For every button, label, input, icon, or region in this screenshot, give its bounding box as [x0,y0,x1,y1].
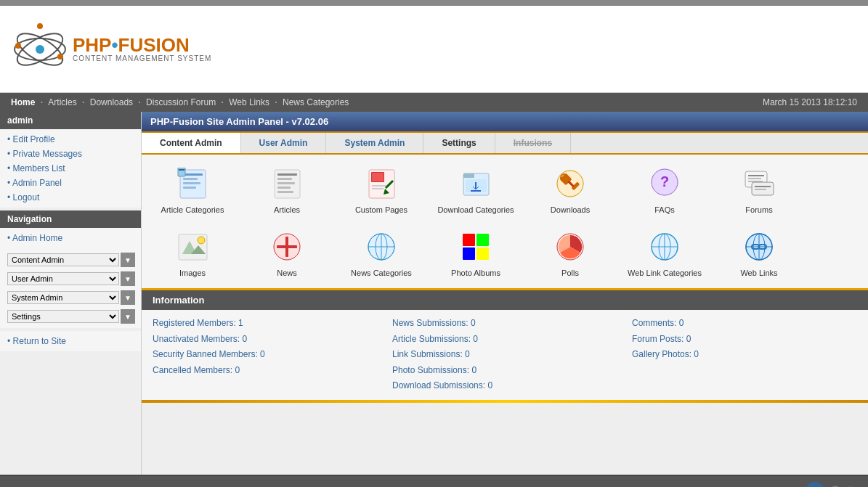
icon-faqs-label: FAQs [654,205,675,214]
icon-faqs[interactable]: ? FAQs [617,158,712,221]
icon-weblink-categories[interactable]: Web Link Categories [617,221,712,285]
user-admin-arrow[interactable]: ▼ [121,271,135,286]
logout-link[interactable]: Logout [0,190,141,205]
security-banned[interactable]: Security Banned Members: 0 [153,347,378,363]
icon-articles-label: Articles [274,205,300,214]
svg-rect-18 [277,187,291,189]
link-submissions[interactable]: Link Submissions: 0 [392,347,617,363]
content-admin-arrow[interactable]: ▼ [121,253,135,267]
user-admin-dropdown-row: User Admin ▼ [6,270,135,287]
svg-rect-8 [183,173,203,176]
info-col-3: Comments: 0 Forum Posts: 0 Gallery Photo… [632,316,857,394]
content-admin-dropdown-row: Content Admin ▼ [6,251,135,269]
svg-rect-64 [476,247,489,260]
svg-rect-25 [372,185,386,187]
info-content: Registered Members: 1 Unactivated Member… [142,310,868,400]
bottom-bar [142,400,868,403]
news-submissions[interactable]: News Submissions: 0 [392,316,617,332]
tab-user-admin[interactable]: User Admin [241,133,327,153]
icon-news-categories-label: News Categories [351,269,412,277]
forum-posts[interactable]: Forum Posts: 0 [632,332,857,348]
logo-tagline: CONTENT MANAGEMENT SYSTEM [73,54,211,62]
svg-rect-48 [755,189,766,190]
user-links: Edit Profile Private Messages Members Li… [0,129,141,208]
info-col-1: Registered Members: 1 Unactivated Member… [153,316,378,394]
nav-weblinks[interactable]: Web Links [229,97,269,107]
svg-rect-26 [372,188,384,189]
cancelled-members[interactable]: Cancelled Members: 0 [153,363,378,379]
registered-members[interactable]: Registered Members: 1 [153,316,378,332]
icon-downloads[interactable]: Downloads [523,158,617,221]
logo-icon [11,20,69,78]
svg-point-5 [57,54,63,60]
settings-select[interactable]: Settings [7,310,119,323]
footer: 2 unique DLi [0,475,868,487]
system-admin-select[interactable]: System Admin [7,291,119,304]
panel-title: PHP-Fusion Site Admin Panel - v7.02.06 [150,116,328,127]
svg-rect-47 [755,186,771,187]
icon-custom-pages[interactable]: Custom Pages [334,158,429,221]
svg-rect-17 [277,182,295,184]
icon-forums-label: Forums [745,205,772,214]
members-list-link[interactable]: Members List [0,161,141,176]
download-submissions[interactable]: Download Submissions: 0 [392,378,617,394]
panel-header: PHP-Fusion Site Admin Panel - v7.02.06 [142,112,868,133]
user-admin-select[interactable]: User Admin [7,272,119,285]
svg-rect-62 [476,234,489,246]
user-section-header: admin [0,112,141,129]
tab-content-admin[interactable]: Content Admin [142,133,241,153]
private-messages-link[interactable]: Private Messages [0,147,141,161]
svg-rect-55 [277,245,297,248]
nav-forum[interactable]: Discussion Forum [146,97,216,107]
nav-links: Home · Articles · Downloads · Discussion… [11,97,349,107]
icon-weblinks[interactable]: Web Links [712,221,806,285]
icon-photo-albums-label: Photo Albums [451,269,500,277]
logo-fusion: FUSION [118,34,190,56]
nav-articles[interactable]: Articles [48,97,76,107]
icon-article-categories[interactable]: Article Categories [145,158,240,221]
icon-news-categories[interactable]: News Categories [334,221,429,285]
icon-news-label: News [277,269,297,277]
icon-articles[interactable]: Articles [240,158,334,221]
comments[interactable]: Comments: 0 [632,316,857,332]
logo-dot: • [111,34,118,56]
tab-infusions[interactable]: Infusions [495,133,571,153]
edit-profile-link[interactable]: Edit Profile [0,132,141,147]
icon-polls[interactable]: Polls [523,221,617,285]
admin-home-link[interactable]: Admin Home [0,231,141,245]
logo-php: PHP [73,34,111,56]
footer-badge: DLi [805,482,825,487]
nav-admin-home: Admin Home [0,228,141,248]
svg-rect-10 [183,182,200,184]
icon-news[interactable]: News [240,221,334,285]
nav-downloads[interactable]: Downloads [90,97,133,107]
svg-rect-22 [372,173,384,181]
tab-system-admin[interactable]: System Admin [326,133,423,153]
return-to-site-link[interactable]: Return to Site [0,334,141,348]
nav-section-header: Navigation [0,210,141,228]
icon-weblink-categories-label: Web Link Categories [628,269,702,277]
gallery-photos[interactable]: Gallery Photos: 0 [632,347,857,363]
svg-text:?: ? [660,173,668,189]
info-section: Information Registered Members: 1 Unacti… [142,288,868,403]
icons-grid: Article Categories Articles [142,155,868,288]
tab-settings[interactable]: Settings [423,133,495,153]
article-submissions[interactable]: Article Submissions: 0 [392,332,617,348]
system-admin-dropdown-row: System Admin ▼ [6,289,135,306]
svg-rect-9 [183,178,198,180]
icon-photo-albums[interactable]: Photo Albums [429,221,523,285]
svg-rect-42 [748,175,764,176]
icon-forums[interactable]: Forums [712,158,806,221]
nav-news-cat[interactable]: News Categories [283,97,349,107]
settings-arrow[interactable]: ▼ [121,309,135,324]
icon-download-categories[interactable]: Download Categories [429,158,523,221]
svg-rect-11 [183,187,196,189]
nav-home[interactable]: Home [11,97,35,107]
unactivated-members[interactable]: Unactivated Members: 0 [153,332,378,348]
admin-panel-link[interactable]: Admin Panel [0,176,141,190]
photo-submissions[interactable]: Photo Submissions: 0 [392,363,617,379]
system-admin-arrow[interactable]: ▼ [121,290,135,305]
content-admin-select[interactable]: Content Admin [7,253,119,266]
icon-images[interactable]: Images [145,221,240,285]
svg-rect-12 [178,168,185,176]
